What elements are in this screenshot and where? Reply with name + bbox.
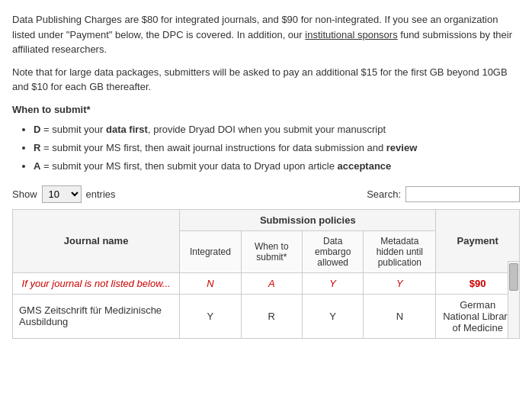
bullet-r: R = submit your MS first, then await jou… [34,140,520,156]
journal-table-container: Journal name Submission policies Payment… [12,209,520,339]
intro-paragraph1: Data Publishing Charges are $80 for inte… [12,12,520,57]
search-input[interactable] [405,186,520,202]
bullet-d-text2: , provide Dryad DOI when you submit your… [148,124,386,135]
italic-integrated: N [180,272,241,294]
search-control: Search: [367,186,520,202]
bullet-d-bold: data first [106,124,148,135]
col-journal-header: Journal name [13,209,180,272]
row1-integrated: Y [180,294,241,338]
bullet-r-bold: review [386,142,417,153]
when-to-submit-label: When to submit* [12,104,91,115]
bullet-list: D = submit your data first, provide Drya… [12,121,520,175]
bullet-a-letter: A [34,160,40,172]
subheader-when-to-submit: When to submit* [241,230,302,272]
scrollbar-thumb[interactable] [509,263,518,291]
bullet-r-text: = submit your MS first, then await journ… [43,142,386,153]
italic-when-to-submit: A [241,272,302,294]
search-label: Search: [367,188,401,200]
table-row: GMS Zeitschrift für Medizinische Ausbild… [13,294,520,338]
italic-metadata-hidden: Y [364,272,436,294]
subheader-data-embargo: Data embargo allowed [302,230,363,272]
row1-data-embargo: Y [302,294,363,338]
institutional-sponsors-link[interactable]: institutional sponsors [305,29,397,40]
row1-metadata-hidden: N [364,294,436,338]
bullet-a-bold: acceptance [338,160,392,172]
italic-row: If your journal is not listed below... N… [13,272,520,294]
entries-select[interactable]: 10 25 50 100 [42,185,82,203]
subheader-metadata-hidden: Metadata hidden until publication [364,230,436,272]
intro-paragraph2: Note that for large data packages, submi… [12,65,520,95]
bullet-d-letter: D [34,124,40,135]
table-controls: Show 10 25 50 100 entries Search: [12,185,520,203]
journal-table: Journal name Submission policies Payment… [12,209,520,339]
subheader-integrated: Integrated [180,230,241,272]
when-to-submit-heading: When to submit* [12,104,520,115]
entries-label: entries [86,188,116,200]
bullet-d: D = submit your data first, provide Drya… [34,121,520,138]
italic-journal-name: If your journal is not listed below... [13,272,180,294]
bullet-d-text1: = submit your [43,124,106,135]
scrollbar[interactable] [508,261,520,339]
show-label: Show [12,188,37,200]
col-submission-header: Submission policies [180,209,436,230]
row1-journal: GMS Zeitschrift für Medizinische Ausbild… [13,294,180,338]
show-entries-control: Show 10 25 50 100 entries [12,185,116,203]
row1-when-to-submit: R [241,294,302,338]
bullet-a: A = submit your MS first, then submit yo… [34,158,520,175]
table-header-row: Journal name Submission policies Payment [13,209,520,230]
bullet-a-text: = submit your MS first, then submit your… [43,160,337,172]
bullet-r-letter: R [34,142,40,153]
italic-data-embargo: Y [302,272,363,294]
